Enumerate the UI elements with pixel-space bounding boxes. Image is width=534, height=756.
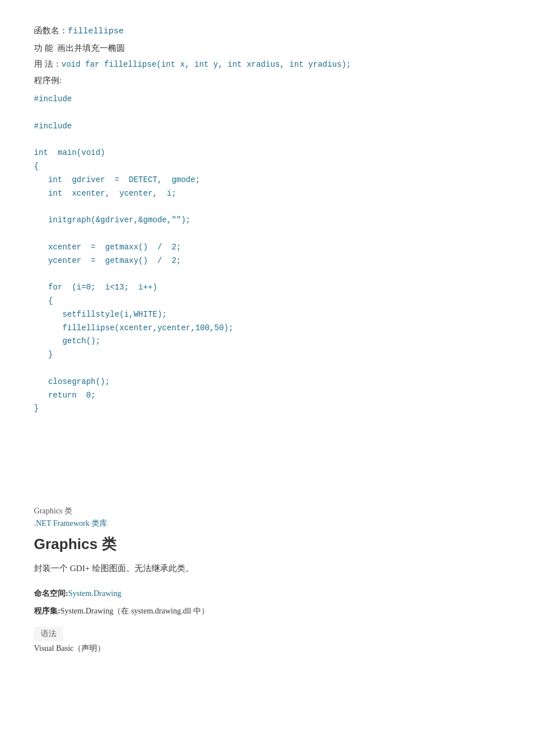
graphics-section: Graphics 类 .NET Framework 类库 Graphics 类 … [34,506,500,654]
code-line-blank1 [34,106,500,120]
breadcrumb-dotnet: .NET Framework 类库 [34,519,500,529]
func-desc-line: 功 能 画出并填充一椭圆 [34,40,500,57]
breadcrumb-dotnet-link[interactable]: .NET Framework 类库 [34,519,107,528]
description-text: 封装一个 GDI+ 绘图图面。无法继承此类。 [34,564,194,573]
usage-value: void far fillellipse(int x, int y, int x… [62,60,351,69]
code-line-for-open: { [34,295,500,308]
breadcrumb-graphics: Graphics 类 [34,506,500,516]
code-line-blank4 [34,227,500,241]
example-label-line: 程序例: [34,72,500,89]
code-line-include1: #include [34,93,500,106]
syntax-value: Visual Basic（声明） [34,642,500,655]
func-desc-value: 画出并填充一椭圆 [57,44,125,53]
code-line-open-brace: { [34,160,500,174]
code-line-main: int main(void) [34,146,500,160]
usage-line: 用 法：void far fillellipse(int x, int y, i… [34,56,500,72]
func-desc-label: 功 能 [34,44,53,53]
syntax-section: 语法 Visual Basic（声明） [34,627,500,655]
code-line-setfillstyle: setfillstyle(i,WHITE); [34,308,500,322]
code-line-getch: getch(); [34,335,500,348]
code-line-close-brace: } [34,402,500,416]
func-name-label: 函数名： [34,26,68,35]
assembly-line: 程序集:System.Drawing（在 system.drawing.dll … [34,604,500,618]
func-name-line: 函数名：fillellipse [34,23,500,40]
code-line-return: return 0; [34,389,500,403]
code-line-blank6 [34,362,500,375]
code-line-fillellipse: fillellipse(xcenter,ycenter,100,50); [34,322,500,335]
code-section: 函数名：fillellipse 功 能 画出并填充一椭圆 用 法：void fa… [34,23,500,416]
assembly-label: 程序集: [34,607,60,615]
namespace-value[interactable]: System.Drawing [68,589,121,598]
func-name-value: fillellipse [68,27,124,36]
main-title-cn: 类 [102,535,116,552]
usage-label: 用 法： [34,59,62,68]
assembly-value: System.Drawing（在 system.drawing.dll 中） [60,607,209,615]
code-line-for-close: } [34,348,500,362]
code-line-blank3 [34,200,500,214]
code-line-blank5 [34,267,500,281]
description: 封装一个 GDI+ 绘图图面。无法继承此类。 [34,561,500,576]
example-label: 程序例: [34,76,62,85]
namespace-label: 命名空间: [34,589,68,598]
code-line-closegraph: closegraph(); [34,375,500,389]
code-line-include2: #include [34,120,500,133]
breadcrumb-graphics-text: Graphics 类 [34,507,72,515]
syntax-label: 语法 [34,627,63,641]
code-line-blank2 [34,133,500,146]
code-block: #include #include int main(void) { int g… [34,93,500,416]
main-title: Graphics 类 [34,534,500,554]
code-line-for: for (i=0; i<13; i++) [34,281,500,295]
code-line-gdriver: int gdriver = DETECT, gmode; [34,174,500,187]
code-line-ycenter: ycenter = getmaxy() / 2; [34,254,500,268]
main-title-en: Graphics [34,535,98,552]
code-line-initgraph: initgraph(&gdriver,&gmode,""); [34,214,500,227]
code-line-xcenter: xcenter = getmaxx() / 2; [34,241,500,254]
namespace-line: 命名空间:System.Drawing [34,586,500,601]
spacer [34,438,500,472]
code-line-xcenter-decl: int xcenter, ycenter, i; [34,187,500,201]
